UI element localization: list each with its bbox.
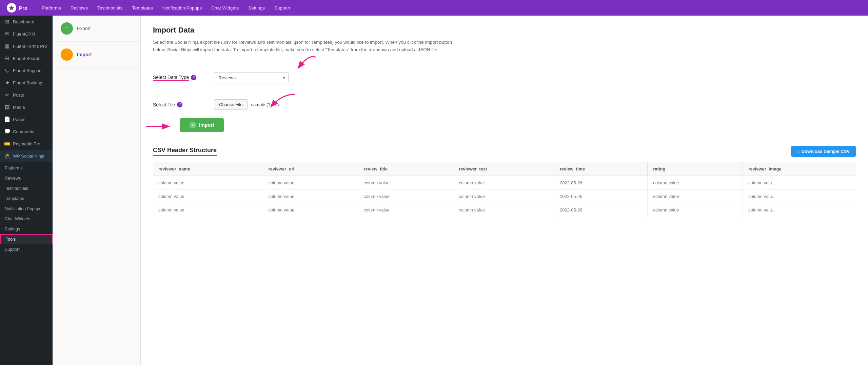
- download-sample-csv-button[interactable]: ↓ Download Sample CSV: [791, 146, 856, 157]
- export-panel-item[interactable]: ↑ Export: [53, 16, 140, 42]
- sidebar-item-fluent-forms-pro[interactable]: ▦ Fluent Forms Pro: [0, 40, 53, 52]
- subnav-support[interactable]: Support: [0, 244, 53, 255]
- cell-reviewer-text-1: column value: [453, 176, 554, 190]
- cell-reviewer-text-2: column value: [453, 190, 554, 203]
- import-button-icon: ✓: [190, 122, 196, 128]
- col-reviewer-image: reviewer_image: [743, 162, 856, 176]
- wp-social-ninja-icon: 🥷: [4, 153, 10, 159]
- csv-table: reviewer_name reviewer_url review_title …: [153, 162, 856, 217]
- nav-platforms[interactable]: Platforms: [38, 3, 65, 13]
- app-body: ⊞ Dashboard ✉ FluentCRM ▦ Fluent Forms P…: [0, 16, 868, 365]
- cell-rating-3: column value: [648, 203, 743, 217]
- table-row: column value column value column value c…: [153, 190, 856, 203]
- sidebar-item-dashboard[interactable]: ⊞ Dashboard: [0, 16, 53, 28]
- export-label: Export: [77, 26, 91, 31]
- sidebar-item-posts[interactable]: ✏ Posts: [0, 89, 53, 101]
- cell-reviewer-name-2: column value: [153, 190, 263, 203]
- table-row: column value column value column value c…: [153, 176, 856, 190]
- pages-icon: 📄: [4, 116, 10, 122]
- select-data-type-label: Select Data Type ?: [153, 75, 207, 81]
- subnav-tools[interactable]: Tools: [0, 234, 53, 244]
- subnav-testimonials[interactable]: Testimonials: [0, 183, 53, 194]
- download-btn-label: Download Sample CSV: [802, 149, 850, 154]
- left-sidebar: ⊞ Dashboard ✉ FluentCRM ▦ Fluent Forms P…: [0, 16, 53, 365]
- table-row: column value column value column value c…: [153, 203, 856, 217]
- sidebar-item-fluent-booking[interactable]: ★ Fluent Booking: [0, 77, 53, 89]
- select-data-type-dropdown[interactable]: Reviews Testimonials Templates: [214, 72, 289, 83]
- right-content: Import Data Select the Social Ninja expo…: [141, 16, 868, 365]
- cell-reviewer-image-3: column valu...: [743, 203, 856, 217]
- plugin-area: ↑ Export ↓ Import Import Data Select the…: [53, 16, 868, 365]
- nav-notification-popups[interactable]: Notification Popups: [158, 3, 206, 13]
- sidebar-item-media[interactable]: 🖼 Media: [0, 101, 53, 113]
- paymattic-icon: 💳: [4, 141, 10, 147]
- cell-reviewer-name-1: column value: [153, 176, 263, 190]
- sidebar-item-label: Media: [13, 105, 25, 110]
- fluent-booking-icon: ★: [4, 80, 10, 86]
- fluentcrm-icon: ✉: [4, 31, 10, 37]
- file-name-display: sample (1).csv: [251, 102, 280, 107]
- sidebar-item-fluent-boards[interactable]: ⊟ Fluent Boards: [0, 52, 53, 64]
- subnav-notification-popups[interactable]: Notification Popups: [0, 204, 53, 214]
- sidebar-item-label: Fluent Booking: [13, 80, 42, 85]
- sidebar-item-wp-social-ninja[interactable]: 🥷 WP Social Ninja: [0, 150, 53, 162]
- sidebar-item-pages[interactable]: 📄 Pages: [0, 113, 53, 125]
- select-file-label: Select File ?: [153, 102, 207, 107]
- sidebar-item-fluent-support[interactable]: 🗨 Fluent Support: [0, 64, 53, 77]
- logo-icon: [7, 3, 16, 13]
- cell-reviewer-url-1: column value: [263, 176, 358, 190]
- subnav-platforms[interactable]: Platforms: [0, 163, 53, 173]
- sidebar-item-label: FluentCRM: [13, 32, 35, 37]
- sidebar-item-label: Posts: [13, 93, 24, 98]
- import-button-label: Import: [199, 122, 214, 128]
- cell-review-title-2: column value: [358, 190, 453, 203]
- cell-reviewer-text-3: column value: [453, 203, 554, 217]
- choose-file-button[interactable]: Choose File: [214, 99, 248, 110]
- nav-support[interactable]: Support: [270, 3, 294, 13]
- sidebar-item-label: Pages: [13, 117, 25, 122]
- import-button[interactable]: ✓ Import: [180, 118, 224, 132]
- import-panel-item[interactable]: ↓ Import: [53, 42, 140, 68]
- select-file-row: Select File ? Choose File sample (1).csv: [153, 99, 856, 110]
- fluent-boards-icon: ⊟: [4, 55, 10, 61]
- col-review-title: review_title: [358, 162, 453, 176]
- import-button-row: ✓ Import: [153, 118, 856, 132]
- nav-reviews[interactable]: Reviews: [66, 3, 92, 13]
- sidebar-item-comments[interactable]: 💭 Comments: [0, 125, 53, 138]
- subnav-chat-widgets[interactable]: Chat Widgets: [0, 214, 53, 224]
- nav-testimonials[interactable]: Testimonials: [93, 3, 126, 13]
- cell-rating-1: column value: [648, 176, 743, 190]
- col-reviewer-text: reviewer_text: [453, 162, 554, 176]
- export-icon: ↑: [61, 22, 73, 35]
- cell-review-time-3: 2022-05-26: [554, 203, 647, 217]
- subnav-settings[interactable]: Settings: [0, 224, 53, 234]
- sidebar-item-paymattic[interactable]: 💳 Paymattic Pro: [0, 138, 53, 150]
- nav-settings[interactable]: Settings: [244, 3, 269, 13]
- cell-review-title-1: column value: [358, 176, 453, 190]
- csv-section-title: CSV Header Structure: [153, 147, 217, 156]
- cell-review-time-1: 2022-05-26: [554, 176, 647, 190]
- select-data-type-info-icon[interactable]: ?: [191, 75, 196, 80]
- sidebar-item-label: Fluent Forms Pro: [13, 44, 47, 49]
- page-title: Import Data: [153, 26, 856, 35]
- subnav-reviews[interactable]: Reviews: [0, 173, 53, 183]
- left-panel: ↑ Export ↓ Import: [53, 16, 141, 365]
- sidebar-item-label: Paymattic Pro: [13, 141, 40, 146]
- arrow-annotation-1: [289, 50, 322, 78]
- cell-rating-2: column value: [648, 190, 743, 203]
- select-file-info-icon[interactable]: ?: [177, 102, 182, 107]
- subnav-templates[interactable]: Templates: [0, 194, 53, 204]
- nav-templates[interactable]: Templates: [128, 3, 157, 13]
- sidebar-item-label: Fluent Support: [13, 68, 42, 73]
- svg-marker-0: [9, 5, 14, 10]
- sidebar-item-fluentcrm[interactable]: ✉ FluentCRM: [0, 28, 53, 40]
- media-icon: 🖼: [4, 104, 10, 110]
- logo[interactable]: Pro: [7, 3, 27, 13]
- nav-chat-widgets[interactable]: Chat Widgets: [207, 3, 243, 13]
- import-icon: ↓: [61, 48, 73, 61]
- logo-text: Pro: [19, 5, 27, 11]
- csv-header-row: CSV Header Structure ↓ Download Sample C…: [153, 146, 856, 157]
- cell-review-time-2: 2022-05-26: [554, 190, 647, 203]
- cell-reviewer-url-2: column value: [263, 190, 358, 203]
- sidebar-item-label: WP Social Ninja: [13, 154, 44, 159]
